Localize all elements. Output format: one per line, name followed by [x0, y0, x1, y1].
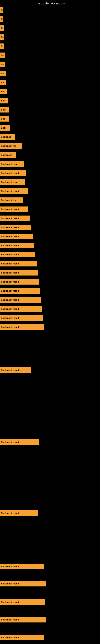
bar-row: Bottleneck result — [0, 187, 100, 195]
bar-label: Bottleneck result — [0, 188, 28, 194]
bar-row: Bottl — [0, 106, 100, 114]
bar-label: Bott — [0, 98, 8, 104]
bar-label: Bottleneck result — [0, 288, 40, 294]
bar-label: Bottleneck result — [0, 206, 28, 212]
bar-row: Bo — [0, 51, 100, 59]
bar-row: Bottleneck result — [0, 509, 100, 517]
bar-row: Bottleneck res — [0, 196, 100, 204]
bar-label: Bo — [0, 34, 4, 40]
bar-row: Bottleneck result — [0, 366, 100, 374]
bar-label: Bottleneck result — [0, 297, 41, 303]
bar-label: Bottleneck result — [0, 581, 46, 586]
bar-row: Bottleneck result — [0, 323, 100, 331]
bar-label: Bottleneck resu — [0, 179, 25, 185]
bar-label: Bottleneck result — [0, 367, 31, 373]
bar-label: B — [0, 16, 3, 22]
bar-row: Bottleneck result — [0, 634, 100, 642]
bar-row: B — [0, 42, 100, 50]
bar-row: Bottleneck result — [0, 214, 100, 222]
bar-row: Bottleneck result — [0, 562, 100, 570]
bar-label: Bottleneck result — [0, 306, 42, 312]
bar-label: Bottleneck — [0, 152, 16, 158]
bar-label: Bo — [0, 71, 6, 76]
bar-label: Bottleneck result — [0, 234, 33, 239]
bar-label: Bottleneck result — [0, 315, 43, 321]
bar-label: Bottleneck result — [0, 564, 44, 569]
bar-row: Bottleneck result — [0, 232, 100, 240]
bar-row: Bottleneck result — [0, 598, 100, 606]
bar-row: Bottl — [0, 124, 100, 132]
bar-label: Bottleneck result — [0, 261, 37, 266]
bar-row: Bo — [0, 33, 100, 41]
bar-row: Bottleneck result — [0, 224, 100, 232]
bar-row: Bottleneck result — [0, 260, 100, 268]
bar-row: B — [0, 6, 100, 14]
bar-label: B — [0, 44, 3, 49]
bar-label: Bottleneck result — [0, 599, 46, 605]
bar-label: Bottl — [0, 125, 10, 130]
bar-label: Bottleneck result — [0, 243, 34, 248]
bar-row: Bottleneck result — [0, 287, 100, 295]
bar-label: Bott — [0, 116, 9, 122]
bar-label: Bottleneck result — [0, 439, 39, 445]
bar-row: Bottleneck result — [0, 278, 100, 286]
bar-label: Bo — [0, 52, 5, 58]
bar-row: Bottleneck resu — [0, 160, 100, 168]
bar-label: Bottleneck res — [0, 143, 22, 149]
bar-label: Bot — [0, 89, 7, 94]
bar-label: Bottleneck result — [0, 224, 31, 230]
bar-label: B — [0, 7, 3, 13]
bar-row: Bottleneck result — [0, 314, 100, 322]
bar-label: Bottleneck result — [0, 170, 26, 176]
bar-row: Bo — [0, 78, 100, 86]
bar-label: Bottlenec — [0, 134, 15, 140]
bar-label: Bottl — [0, 107, 9, 112]
bar-row: Bottleneck result — [0, 616, 100, 624]
bar-label: Bottleneck result — [0, 617, 46, 622]
bar-row: Bottleneck res — [0, 142, 100, 150]
bar-row: Bott — [0, 96, 100, 105]
bar-row: Bottleneck result — [0, 438, 100, 446]
bar-row: Bottleneck resu — [0, 178, 100, 186]
bar-label: Bo — [0, 80, 6, 85]
bar-row: Bo — [0, 60, 100, 68]
bar-label: Bottleneck result — [0, 216, 30, 221]
bar-row: Bottleneck result — [0, 169, 100, 177]
bar-row: Bottleneck result — [0, 296, 100, 304]
bar-row: Bottleneck — [0, 151, 100, 159]
site-title: TheBottlenecker.com — [0, 0, 100, 7]
bar-label: Bottleneck resu — [0, 161, 24, 167]
bar-row: Bott — [0, 115, 100, 123]
bar-row: Bo — [0, 70, 100, 78]
bar-label: Bottleneck result — [0, 279, 39, 284]
bar-row: Bottleneck result — [0, 269, 100, 277]
bar-label: Bottleneck result — [0, 510, 38, 516]
bar-label: Bottleneck result — [0, 252, 35, 258]
bar-row: B — [0, 24, 100, 32]
bar-row: Bottleneck result — [0, 580, 100, 588]
bar-row: Bottlenec — [0, 133, 100, 141]
bar-row: Bottleneck result — [0, 305, 100, 313]
bar-row: Bot — [0, 88, 100, 96]
bar-label: Bottleneck result — [0, 635, 44, 640]
bar-label: Bottleneck result — [0, 270, 38, 276]
bar-row: B — [0, 15, 100, 23]
bar-row: Bottleneck result — [0, 250, 100, 258]
bar-label: B — [0, 25, 3, 31]
bar-label: Bottleneck res — [0, 198, 23, 203]
bar-row: Bottleneck result — [0, 205, 100, 213]
bar-row: Bottleneck result — [0, 242, 100, 250]
bar-label: Bo — [0, 62, 5, 67]
bar-label: Bottleneck result — [0, 324, 44, 330]
